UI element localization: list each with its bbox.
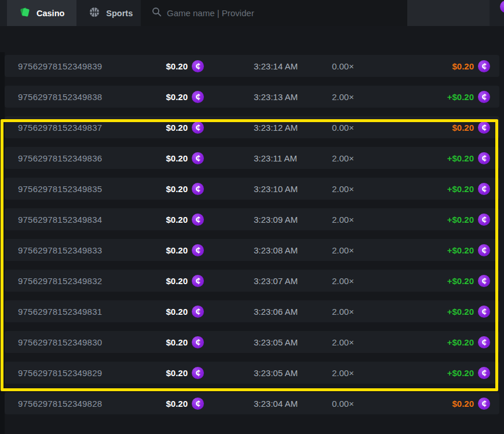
bet-time: 3:23:07 AM	[254, 270, 298, 292]
coin-icon: ₵	[478, 122, 490, 134]
bet-amount: $0.20 ₵	[127, 331, 204, 353]
bet-payout-value: $0.20	[452, 123, 474, 133]
bet-amount-value: $0.20	[166, 245, 188, 255]
tab-casino[interactable]: Casino	[7, 0, 76, 26]
bet-amount: $0.20 ₵	[127, 86, 204, 108]
bet-payout: +$0.20 ₵	[447, 300, 490, 322]
bet-multiplier: 2.00×	[332, 270, 354, 292]
bet-payout-value: +$0.20	[447, 337, 474, 347]
bet-multiplier: 2.00×	[332, 208, 354, 230]
bet-id: 97562978152349829	[18, 362, 102, 384]
bet-payout-value: +$0.20	[447, 215, 474, 225]
coin-icon: ₵	[478, 398, 490, 410]
bet-row[interactable]: 97562978152349831 $0.20 ₵ 3:23:06 AM 2.0…	[5, 300, 499, 322]
bet-multiplier: 0.00×	[332, 116, 354, 138]
coin-icon: ₵	[192, 183, 204, 195]
bet-payout-value: +$0.20	[447, 92, 474, 102]
bet-time: 3:23:08 AM	[254, 239, 298, 261]
coin-icon: ₵	[192, 336, 204, 348]
bet-multiplier: 2.00×	[332, 239, 354, 261]
search-input[interactable]	[167, 8, 407, 18]
bet-multiplier: 0.00×	[332, 55, 354, 77]
bet-amount: $0.20 ₵	[127, 300, 204, 322]
bet-time: 3:23:11 AM	[254, 147, 297, 169]
bet-id: 97562978152349832	[18, 270, 102, 292]
bet-amount: $0.20 ₵	[127, 270, 204, 292]
coin-icon: ₵	[478, 367, 490, 379]
bet-row[interactable]: 97562978152349830 $0.20 ₵ 3:23:05 AM 2.0…	[5, 331, 499, 353]
tab-casino-label: Casino	[36, 9, 64, 18]
coin-icon: ₵	[478, 183, 490, 195]
bet-history-table: 97562978152349839 $0.20 ₵ 3:23:14 AM 0.0…	[0, 26, 504, 414]
coin-icon: ₵	[192, 152, 204, 164]
bet-row[interactable]: 97562978152349833 $0.20 ₵ 3:23:08 AM 2.0…	[5, 239, 499, 261]
coin-icon: ₵	[192, 244, 204, 256]
bet-payout-value: $0.20	[452, 399, 474, 409]
bet-row[interactable]: 97562978152349835 $0.20 ₵ 3:23:10 AM 2.0…	[5, 178, 499, 200]
bet-amount-value: $0.20	[166, 399, 188, 409]
nav-right-panel	[407, 0, 490, 26]
coin-icon: ₵	[478, 306, 490, 318]
coin-icon: ₵	[192, 91, 204, 103]
bet-amount-value: $0.20	[166, 307, 188, 317]
bet-payout: +$0.20 ₵	[447, 362, 490, 384]
bet-multiplier: 2.00×	[332, 178, 354, 200]
tab-sports[interactable]: Sports	[76, 0, 145, 26]
bet-row[interactable]: 97562978152349832 $0.20 ₵ 3:23:07 AM 2.0…	[5, 270, 499, 292]
bet-row[interactable]: 97562978152349839 $0.20 ₵ 3:23:14 AM 0.0…	[5, 55, 499, 77]
bet-row[interactable]: 97562978152349828 $0.20 ₵ 3:23:04 AM 0.0…	[5, 392, 499, 414]
search-bar[interactable]	[141, 0, 407, 26]
tab-sports-label: Sports	[106, 9, 133, 18]
bet-rows-container: 97562978152349839 $0.20 ₵ 3:23:14 AM 0.0…	[0, 55, 504, 414]
coin-icon: ₵	[478, 91, 490, 103]
casino-cards-icon	[19, 6, 31, 20]
bet-amount: $0.20 ₵	[127, 178, 204, 200]
bet-payout-value: +$0.20	[447, 307, 474, 317]
bet-row[interactable]: 97562978152349834 $0.20 ₵ 3:23:09 AM 2.0…	[5, 208, 499, 230]
bet-multiplier: 2.00×	[332, 300, 354, 322]
coin-icon: ₵	[192, 214, 204, 226]
bet-multiplier: 0.00×	[332, 392, 354, 414]
bet-payout: +$0.20 ₵	[447, 331, 490, 353]
bet-amount: $0.20 ₵	[127, 55, 204, 77]
bet-time: 3:23:05 AM	[254, 362, 298, 384]
bet-amount-value: $0.20	[166, 92, 188, 102]
bet-time: 3:23:09 AM	[254, 208, 298, 230]
bet-multiplier: 2.00×	[332, 86, 354, 108]
bet-payout: +$0.20 ₵	[447, 239, 490, 261]
bet-multiplier: 2.00×	[332, 147, 354, 169]
coin-icon: ₵	[478, 152, 490, 164]
bet-id: 97562978152349835	[18, 178, 102, 200]
bet-payout-value: +$0.20	[447, 184, 474, 194]
bet-payout: $0.20 ₵	[452, 116, 490, 138]
bet-payout: +$0.20 ₵	[447, 86, 490, 108]
bet-time: 3:23:06 AM	[254, 300, 298, 322]
bet-time: 3:23:10 AM	[254, 178, 298, 200]
bet-id: 97562978152349830	[18, 331, 102, 353]
bet-id: 97562978152349834	[18, 208, 102, 230]
bet-payout-value: +$0.20	[447, 245, 474, 255]
coin-icon: ₵	[192, 367, 204, 379]
bet-id: 97562978152349839	[18, 55, 102, 77]
bet-amount: $0.20 ₵	[127, 147, 204, 169]
bet-id: 97562978152349828	[18, 392, 102, 414]
bet-row[interactable]: 97562978152349829 $0.20 ₵ 3:23:05 AM 2.0…	[5, 362, 499, 384]
bet-time: 3:23:05 AM	[254, 331, 298, 353]
bet-payout-value: $0.20	[452, 61, 474, 71]
coin-icon: ₵	[192, 306, 204, 318]
coin-icon: ₵	[478, 244, 490, 256]
coin-icon: ₵	[478, 275, 490, 287]
coin-icon: ₵	[478, 214, 490, 226]
bet-payout: +$0.20 ₵	[447, 147, 490, 169]
bet-multiplier: 2.00×	[332, 362, 354, 384]
bet-time: 3:23:12 AM	[254, 116, 298, 138]
bet-amount-value: $0.20	[166, 153, 188, 163]
bet-amount: $0.20 ₵	[127, 239, 204, 261]
balance-coin-icon[interactable]: ₵	[500, 1, 504, 13]
bet-row[interactable]: 97562978152349838 $0.20 ₵ 3:23:13 AM 2.0…	[5, 86, 499, 108]
bet-row[interactable]: 97562978152349837 $0.20 ₵ 3:23:12 AM 0.0…	[5, 116, 499, 138]
bet-amount: $0.20 ₵	[127, 392, 204, 414]
bet-row[interactable]: 97562978152349836 $0.20 ₵ 3:23:11 AM 2.0…	[5, 147, 499, 169]
bet-payout-value: +$0.20	[447, 276, 474, 286]
bet-id: 97562978152349836	[18, 147, 102, 169]
